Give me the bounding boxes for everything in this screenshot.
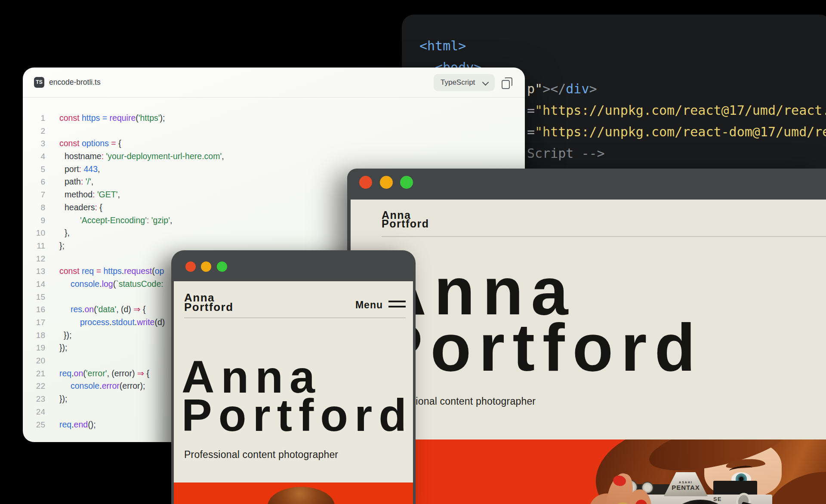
copy-icon: [504, 77, 512, 86]
line-number: 16: [23, 303, 45, 316]
mobile-site-page: Anna Portford Menu Anna Portford Profess…: [174, 281, 413, 504]
dark-code-line: Script -->: [527, 143, 605, 164]
line-number: 3: [23, 137, 45, 150]
desktop-site-page: Anna Portford Anna Portford Professional…: [351, 200, 826, 504]
maximize-window-button[interactable]: [217, 261, 227, 272]
hero-heading: Anna Portford: [378, 263, 703, 376]
mobile-site-window: Anna Portford Menu Anna Portford Profess…: [171, 250, 416, 504]
site-logo[interactable]: Anna Portford: [382, 211, 429, 228]
line-number: 9: [23, 214, 45, 227]
code-line: 1const https = require('https');: [23, 112, 525, 125]
language-select[interactable]: TypeScript: [434, 74, 495, 91]
typescript-file-icon: TS: [34, 77, 44, 88]
line-number: 18: [23, 329, 45, 342]
line-number: 13: [23, 265, 45, 278]
line-number: 23: [23, 393, 45, 406]
minimize-window-button[interactable]: [380, 176, 393, 189]
close-window-button[interactable]: [359, 176, 372, 189]
code-line: 4hostname: 'your-deployment-url-here.com…: [23, 150, 525, 163]
desktop-site-window: Anna Portford Anna Portford Professional…: [347, 169, 826, 504]
header-divider: [382, 236, 826, 237]
camera-model-label: SE: [713, 496, 721, 502]
hamburger-bar: [388, 306, 406, 307]
dark-code-line: ="https://unpkg.com/react@17/umd/react.d…: [527, 100, 826, 121]
site-logo-line2: Portford: [184, 302, 234, 312]
line-number: 19: [23, 341, 45, 354]
hero-photo: ASAHI PENTAX SE: [351, 439, 826, 504]
line-number: 17: [23, 316, 45, 329]
minimize-window-button[interactable]: [201, 261, 211, 272]
photo-head: [268, 487, 335, 504]
line-number: 6: [23, 175, 45, 188]
line-number: 21: [23, 367, 45, 380]
hamburger-icon[interactable]: [388, 301, 406, 308]
line-number: 15: [23, 291, 45, 304]
line-number: 20: [23, 354, 45, 367]
copy-code-button[interactable]: [500, 76, 514, 90]
hero-photo: [174, 482, 413, 504]
line-number: 8: [23, 201, 45, 214]
filename-label: encode-brotli.ts: [49, 68, 101, 97]
line-number: 2: [23, 125, 45, 138]
dark-code-line: ="https://unpkg.com/react-dom@17/umd/rea…: [527, 121, 826, 143]
line-number: 24: [23, 406, 45, 418]
line-number: 14: [23, 278, 45, 291]
dark-code-line: <html>: [419, 35, 466, 57]
line-number: 25: [23, 418, 45, 431]
line-number: 5: [23, 163, 45, 176]
editor-titlebar: TS encode-brotli.ts TypeScript: [23, 68, 525, 98]
line-number: 4: [23, 150, 45, 163]
menu-button[interactable]: Menu: [355, 299, 383, 311]
line-number: 11: [23, 240, 45, 252]
line-number: 1: [23, 112, 45, 125]
line-number: 7: [23, 188, 45, 201]
maximize-window-button[interactable]: [400, 176, 413, 189]
site-logo[interactable]: Anna Portford: [184, 293, 234, 312]
hero-heading: Anna Portford: [182, 358, 413, 434]
hamburger-bar: [388, 301, 406, 302]
line-number: 22: [23, 380, 45, 393]
code-line: 3const options = {: [23, 137, 525, 150]
code-line: 2: [23, 125, 525, 138]
site-logo-line2: Portford: [382, 219, 429, 228]
close-window-button[interactable]: [185, 261, 196, 272]
desktop-background: <html><body>p"></div>="https://unpkg.com…: [0, 0, 826, 504]
line-number: 12: [23, 252, 45, 265]
chevron-down-icon: [482, 79, 489, 86]
camera-brand: PENTAX: [664, 484, 708, 491]
header-divider: [184, 317, 406, 318]
dark-code-line: p"></div>: [527, 78, 597, 100]
hero-subtitle: Professional content photographer: [184, 449, 338, 461]
language-select-label: TypeScript: [441, 78, 475, 86]
line-number: 10: [23, 227, 45, 240]
